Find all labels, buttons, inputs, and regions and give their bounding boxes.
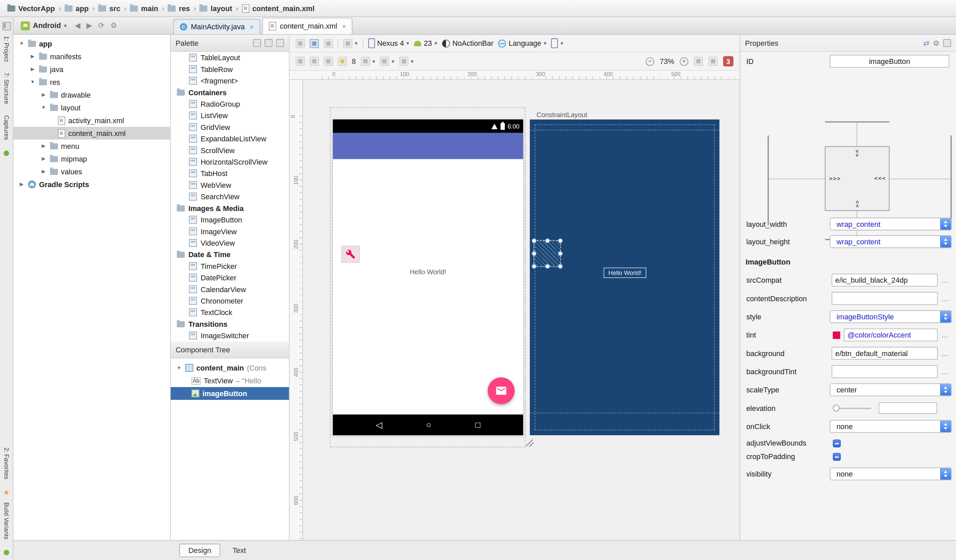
palette-item[interactable]: CalendarView <box>171 283 289 295</box>
tab-content-main-xml[interactable]: content_main.xml × <box>262 18 353 35</box>
right-anchor-line[interactable] <box>951 135 952 226</box>
tool-button-structure[interactable]: 7: Structure <box>3 73 10 104</box>
autoconnect-icon[interactable] <box>310 56 319 66</box>
collapse-arrow-icon[interactable]: ▶ <box>40 143 47 149</box>
settings-button[interactable]: ⚙ <box>110 21 117 30</box>
srccompat-input[interactable]: e/ic_build_black_24dp <box>832 274 937 286</box>
palette-item[interactable]: TextClock <box>171 307 289 318</box>
breadcrumb-item-res[interactable]: res <box>167 4 191 13</box>
scaletype-select[interactable]: center <box>830 383 951 396</box>
palette-item[interactable]: WebView <box>171 179 289 190</box>
zoom-out-button[interactable]: − <box>646 57 654 65</box>
error-badge[interactable]: 3 <box>723 56 733 67</box>
pack-selector[interactable]: ▾ <box>361 56 375 66</box>
tool-button-favorites[interactable]: 2: Favorites <box>3 447 10 479</box>
blueprint-mode-icon[interactable] <box>310 39 319 48</box>
gear-icon[interactable] <box>264 39 273 47</box>
hello-world-text[interactable]: Hello World! <box>333 268 523 276</box>
palette-item[interactable]: TableRow <box>171 63 289 75</box>
collapse-arrow-icon[interactable]: ▶ <box>40 156 47 162</box>
resize-handle[interactable] <box>558 264 563 268</box>
breadcrumb-item-layout[interactable]: layout <box>198 4 233 13</box>
show-constraints-icon[interactable] <box>296 56 305 66</box>
component-item-textview[interactable]: Ab TextView – "Hello <box>171 374 289 387</box>
adjustviewbounds-checkbox[interactable] <box>833 439 841 447</box>
tree-item-manifests[interactable]: ▶manifests <box>13 50 170 63</box>
palette-category[interactable]: Images & Media <box>171 202 289 214</box>
component-item-root[interactable]: ▼ content_main (Cons <box>171 361 289 374</box>
sync-button[interactable]: ⟳ <box>98 21 104 30</box>
tab-text[interactable]: Text <box>224 544 255 556</box>
elevation-slider[interactable] <box>833 405 840 412</box>
palette-item[interactable]: ListView <box>171 110 289 121</box>
tree-item-activity-main[interactable]: activity_main.xml <box>13 114 170 127</box>
close-icon[interactable]: × <box>342 22 346 30</box>
layout-height-select[interactable]: wrap_content <box>830 235 951 248</box>
tool-button-project[interactable]: 1: Project <box>3 36 10 62</box>
onclick-select[interactable]: none <box>830 420 951 433</box>
preview-toggle-icon[interactable] <box>253 39 261 47</box>
imagebutton-selection[interactable] <box>533 240 561 267</box>
palette-item[interactable]: ExpandableListView <box>171 133 289 144</box>
tree-item-menu[interactable]: ▶menu <box>13 140 170 152</box>
navigate-back-button[interactable]: ◀ <box>75 21 80 30</box>
navigate-forward-button[interactable]: ▶ <box>86 21 92 30</box>
palette-item[interactable]: DatePicker <box>171 272 289 283</box>
resize-handle[interactable] <box>545 238 550 243</box>
tree-item-content-main[interactable]: content_main.xml <box>13 127 170 140</box>
elevation-input[interactable] <box>879 402 937 414</box>
tint-color-swatch[interactable] <box>833 331 840 339</box>
tree-item-app[interactable]: ▼app <box>13 37 170 50</box>
tree-item-java[interactable]: ▶java <box>13 63 170 76</box>
palette-item[interactable]: TableLayout <box>171 52 289 63</box>
style-select[interactable]: imageButtonStyle <box>830 310 951 323</box>
tree-item-layout[interactable]: ▼layout <box>13 101 170 114</box>
tree-item-res[interactable]: ▼res <box>13 76 170 88</box>
breadcrumb-item-app[interactable]: app <box>63 4 90 13</box>
contentdescription-input[interactable] <box>832 292 937 305</box>
design-preview[interactable]: 6:00 Hello World! ◁ ○ □ <box>333 119 523 435</box>
pan-icon[interactable] <box>709 56 718 66</box>
collapse-arrow-icon[interactable]: ▶ <box>40 92 47 97</box>
breadcrumb-item-file[interactable]: content_main.xml <box>241 4 316 13</box>
design-mode-icon[interactable] <box>296 39 305 48</box>
constraint-widget[interactable]: >> >> >>> >>> <box>740 77 956 216</box>
croptopadding-checkbox[interactable] <box>833 453 841 461</box>
resize-handle[interactable] <box>531 264 536 268</box>
palette-item[interactable]: TabHost <box>171 168 289 179</box>
tree-item-gradle-scripts[interactable]: ▶Gradle Scripts <box>13 178 170 191</box>
expand-arrow-icon[interactable]: ▼ <box>29 79 36 85</box>
align-selector[interactable]: ▾ <box>380 56 395 66</box>
palette-item[interactable]: HorizontalScrollView <box>171 156 289 168</box>
virtual-device-selector[interactable]: ▾ <box>551 38 563 48</box>
layout-width-select[interactable]: wrap_content <box>830 218 951 231</box>
tab-design[interactable]: Design <box>179 544 220 557</box>
palette-item[interactable]: ImageView <box>171 226 289 237</box>
tree-item-values[interactable]: ▶values <box>13 165 170 178</box>
theme-selector[interactable]: NoActionBar <box>442 39 494 47</box>
palette-item[interactable]: ScrollView <box>171 144 289 156</box>
split-mode-icon[interactable] <box>324 39 333 48</box>
component-item-imagebutton[interactable]: imageButton <box>171 387 289 400</box>
tint-input[interactable]: @color/colorAccent <box>844 328 938 341</box>
guideline-selector[interactable]: ▾ <box>399 56 414 66</box>
expand-arrow-icon[interactable]: ▼ <box>18 41 25 46</box>
default-margin-value[interactable]: 8 <box>352 57 356 65</box>
widget-body[interactable]: >> >> >>> >>> <box>825 146 890 211</box>
palette-item[interactable]: GridView <box>171 121 289 133</box>
tool-button-captures[interactable]: Captures <box>3 115 10 140</box>
palette-category[interactable]: Date & Time <box>171 249 289 260</box>
blueprint-preview[interactable]: ConstraintLayout Hello World! <box>530 119 719 435</box>
background-input[interactable]: e/btn_default_material <box>832 347 937 360</box>
resize-handle[interactable] <box>531 251 536 256</box>
palette-item[interactable]: VideoView <box>171 237 289 249</box>
collapse-arrow-icon[interactable]: ▶ <box>29 66 36 72</box>
zoom-in-button[interactable]: + <box>680 57 688 65</box>
palette-item[interactable]: ImageSwitcher <box>171 330 289 341</box>
palette-item[interactable]: RadioGroup <box>171 98 289 110</box>
fab-button[interactable] <box>488 377 515 404</box>
more-button[interactable]: … <box>941 331 949 339</box>
breadcrumb-item-project[interactable]: VectorApp <box>6 4 56 13</box>
zoom-to-fit-icon[interactable] <box>694 56 703 66</box>
collapse-arrow-icon[interactable]: ▶ <box>29 53 36 59</box>
